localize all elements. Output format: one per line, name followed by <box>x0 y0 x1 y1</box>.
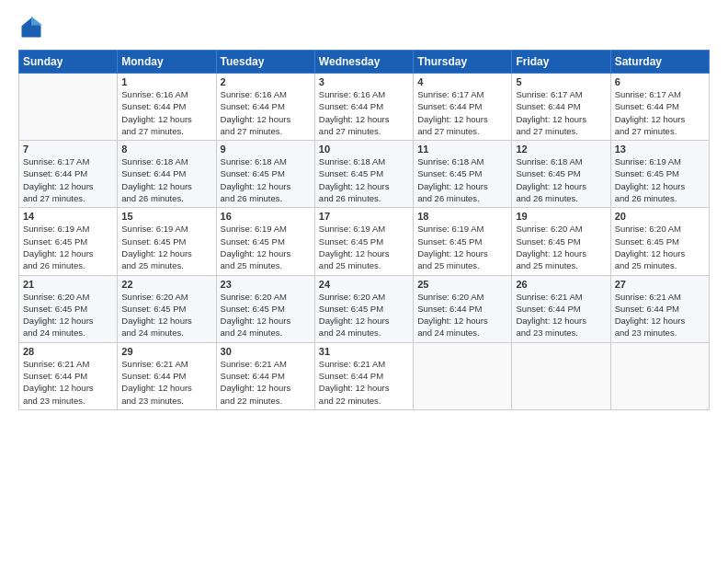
svg-marker-1 <box>31 17 42 26</box>
weekday-header: Friday <box>512 51 610 74</box>
day-info: Sunrise: 6:21 AM Sunset: 6:44 PM Dayligh… <box>319 358 409 407</box>
day-number: 17 <box>319 211 409 222</box>
day-number: 16 <box>221 211 311 222</box>
day-number: 20 <box>615 211 705 222</box>
calendar-cell: 28Sunrise: 6:21 AM Sunset: 6:44 PM Dayli… <box>19 342 118 409</box>
calendar-cell: 15Sunrise: 6:19 AM Sunset: 6:45 PM Dayli… <box>118 208 216 275</box>
day-number: 4 <box>417 76 507 87</box>
calendar-cell: 27Sunrise: 6:21 AM Sunset: 6:44 PM Dayli… <box>610 275 709 342</box>
day-info: Sunrise: 6:20 AM Sunset: 6:45 PM Dayligh… <box>615 223 705 271</box>
header <box>18 15 710 40</box>
day-number: 26 <box>516 279 606 290</box>
day-number: 6 <box>615 76 705 87</box>
day-number: 13 <box>615 144 705 155</box>
calendar-cell: 8Sunrise: 6:18 AM Sunset: 6:44 PM Daylig… <box>118 141 216 208</box>
day-info: Sunrise: 6:20 AM Sunset: 6:45 PM Dayligh… <box>121 291 211 339</box>
day-info: Sunrise: 6:19 AM Sunset: 6:45 PM Dayligh… <box>319 223 409 271</box>
day-info: Sunrise: 6:18 AM Sunset: 6:45 PM Dayligh… <box>319 155 409 204</box>
day-number: 31 <box>319 346 409 357</box>
day-number: 23 <box>221 279 311 290</box>
day-number: 11 <box>417 144 507 155</box>
day-info: Sunrise: 6:20 AM Sunset: 6:45 PM Dayligh… <box>23 291 113 339</box>
day-info: Sunrise: 6:20 AM Sunset: 6:45 PM Dayligh… <box>319 291 409 339</box>
day-info: Sunrise: 6:20 AM Sunset: 6:44 PM Dayligh… <box>417 291 507 339</box>
day-info: Sunrise: 6:21 AM Sunset: 6:44 PM Dayligh… <box>221 358 311 407</box>
day-info: Sunrise: 6:17 AM Sunset: 6:44 PM Dayligh… <box>417 88 507 137</box>
calendar-cell: 29Sunrise: 6:21 AM Sunset: 6:44 PM Dayli… <box>118 342 216 409</box>
day-number: 8 <box>121 144 211 155</box>
day-info: Sunrise: 6:18 AM Sunset: 6:45 PM Dayligh… <box>516 155 606 204</box>
day-info: Sunrise: 6:21 AM Sunset: 6:44 PM Dayligh… <box>615 291 705 339</box>
calendar-cell: 5Sunrise: 6:17 AM Sunset: 6:44 PM Daylig… <box>512 74 610 141</box>
calendar-cell: 26Sunrise: 6:21 AM Sunset: 6:44 PM Dayli… <box>512 275 610 342</box>
calendar-cell: 1Sunrise: 6:16 AM Sunset: 6:44 PM Daylig… <box>118 74 216 141</box>
calendar-cell: 10Sunrise: 6:18 AM Sunset: 6:45 PM Dayli… <box>314 141 413 208</box>
calendar-header-row: SundayMondayTuesdayWednesdayThursdayFrid… <box>19 51 710 74</box>
day-number: 15 <box>121 211 211 222</box>
calendar-cell: 21Sunrise: 6:20 AM Sunset: 6:45 PM Dayli… <box>19 275 118 342</box>
calendar-cell: 25Sunrise: 6:20 AM Sunset: 6:44 PM Dayli… <box>414 275 512 342</box>
calendar-cell: 11Sunrise: 6:18 AM Sunset: 6:45 PM Dayli… <box>414 141 512 208</box>
day-info: Sunrise: 6:19 AM Sunset: 6:45 PM Dayligh… <box>417 223 507 271</box>
calendar-cell: 9Sunrise: 6:18 AM Sunset: 6:45 PM Daylig… <box>216 141 314 208</box>
day-number: 18 <box>417 211 507 222</box>
day-number: 19 <box>516 211 606 222</box>
day-info: Sunrise: 6:16 AM Sunset: 6:44 PM Dayligh… <box>121 88 211 137</box>
day-number: 2 <box>221 76 311 87</box>
calendar-cell: 2Sunrise: 6:16 AM Sunset: 6:44 PM Daylig… <box>216 74 314 141</box>
day-info: Sunrise: 6:16 AM Sunset: 6:44 PM Dayligh… <box>319 88 409 137</box>
calendar-cell <box>610 342 709 409</box>
calendar-cell <box>414 342 512 409</box>
day-info: Sunrise: 6:21 AM Sunset: 6:44 PM Dayligh… <box>516 291 606 339</box>
day-number: 29 <box>121 346 211 357</box>
day-info: Sunrise: 6:19 AM Sunset: 6:45 PM Dayligh… <box>615 155 705 204</box>
calendar-cell: 16Sunrise: 6:19 AM Sunset: 6:45 PM Dayli… <box>216 208 314 275</box>
day-number: 28 <box>23 346 113 357</box>
page: SundayMondayTuesdayWednesdayThursdayFrid… <box>0 0 728 563</box>
calendar-cell: 19Sunrise: 6:20 AM Sunset: 6:45 PM Dayli… <box>512 208 610 275</box>
day-info: Sunrise: 6:16 AM Sunset: 6:44 PM Dayligh… <box>221 88 311 137</box>
calendar-cell: 31Sunrise: 6:21 AM Sunset: 6:44 PM Dayli… <box>314 342 413 409</box>
day-info: Sunrise: 6:17 AM Sunset: 6:44 PM Dayligh… <box>516 88 606 137</box>
day-number: 24 <box>319 279 409 290</box>
calendar-cell: 18Sunrise: 6:19 AM Sunset: 6:45 PM Dayli… <box>414 208 512 275</box>
day-number: 12 <box>516 144 606 155</box>
calendar-week-row: 28Sunrise: 6:21 AM Sunset: 6:44 PM Dayli… <box>19 342 710 409</box>
day-info: Sunrise: 6:18 AM Sunset: 6:45 PM Dayligh… <box>417 155 507 204</box>
day-number: 9 <box>221 144 311 155</box>
day-info: Sunrise: 6:19 AM Sunset: 6:45 PM Dayligh… <box>23 223 113 271</box>
day-info: Sunrise: 6:20 AM Sunset: 6:45 PM Dayligh… <box>516 223 606 271</box>
day-number: 27 <box>615 279 705 290</box>
day-info: Sunrise: 6:20 AM Sunset: 6:45 PM Dayligh… <box>221 291 311 339</box>
calendar-table: SundayMondayTuesdayWednesdayThursdayFrid… <box>18 50 710 410</box>
day-number: 25 <box>417 279 507 290</box>
day-number: 14 <box>23 211 113 222</box>
calendar-week-row: 14Sunrise: 6:19 AM Sunset: 6:45 PM Dayli… <box>19 208 710 275</box>
calendar-cell: 13Sunrise: 6:19 AM Sunset: 6:45 PM Dayli… <box>610 141 709 208</box>
day-number: 7 <box>23 144 113 155</box>
calendar-cell <box>19 74 118 141</box>
day-number: 10 <box>319 144 409 155</box>
logo-icon <box>18 15 44 40</box>
day-info: Sunrise: 6:19 AM Sunset: 6:45 PM Dayligh… <box>121 223 211 271</box>
calendar-cell: 4Sunrise: 6:17 AM Sunset: 6:44 PM Daylig… <box>414 74 512 141</box>
logo <box>18 15 48 40</box>
day-info: Sunrise: 6:21 AM Sunset: 6:44 PM Dayligh… <box>121 358 211 407</box>
day-info: Sunrise: 6:17 AM Sunset: 6:44 PM Dayligh… <box>615 88 705 137</box>
calendar-cell: 30Sunrise: 6:21 AM Sunset: 6:44 PM Dayli… <box>216 342 314 409</box>
calendar-cell: 24Sunrise: 6:20 AM Sunset: 6:45 PM Dayli… <box>314 275 413 342</box>
day-number: 1 <box>121 76 211 87</box>
day-info: Sunrise: 6:18 AM Sunset: 6:45 PM Dayligh… <box>221 155 311 204</box>
day-info: Sunrise: 6:18 AM Sunset: 6:44 PM Dayligh… <box>121 155 211 204</box>
calendar-week-row: 1Sunrise: 6:16 AM Sunset: 6:44 PM Daylig… <box>19 74 710 141</box>
day-number: 3 <box>319 76 409 87</box>
calendar-cell: 17Sunrise: 6:19 AM Sunset: 6:45 PM Dayli… <box>314 208 413 275</box>
weekday-header: Tuesday <box>216 51 314 74</box>
day-info: Sunrise: 6:19 AM Sunset: 6:45 PM Dayligh… <box>221 223 311 271</box>
weekday-header: Sunday <box>19 51 118 74</box>
calendar-cell: 23Sunrise: 6:20 AM Sunset: 6:45 PM Dayli… <box>216 275 314 342</box>
day-info: Sunrise: 6:17 AM Sunset: 6:44 PM Dayligh… <box>23 155 113 204</box>
calendar-week-row: 7Sunrise: 6:17 AM Sunset: 6:44 PM Daylig… <box>19 141 710 208</box>
weekday-header: Thursday <box>414 51 512 74</box>
day-number: 21 <box>23 279 113 290</box>
